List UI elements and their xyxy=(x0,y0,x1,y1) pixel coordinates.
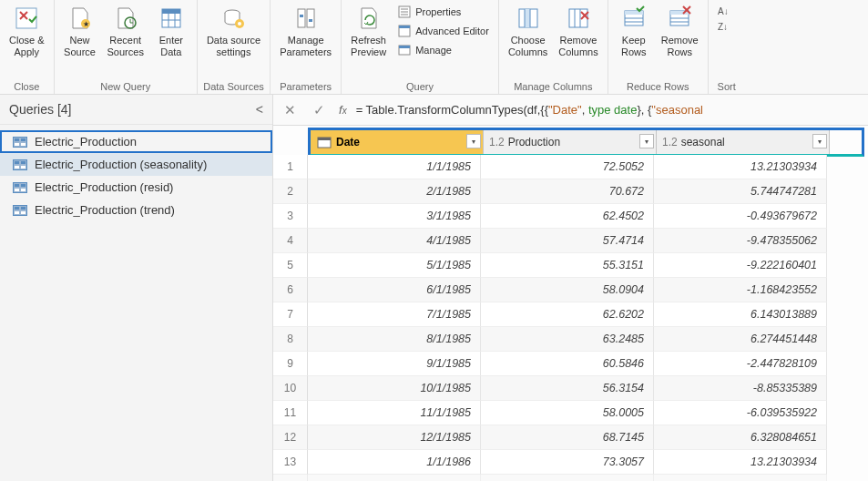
query-item-label: Electric_Production (trend) xyxy=(35,203,175,217)
cell-seasonal[interactable]: 6.274451448 xyxy=(654,327,827,352)
table-row[interactable]: 55/1/198555.3151-9.222160401 xyxy=(273,253,864,278)
column-header-production[interactable]: 1.2 Production ▾ xyxy=(484,130,657,154)
cell-seasonal[interactable]: 5.744747281 xyxy=(654,179,827,204)
cell-seasonal[interactable]: -9.478355062 xyxy=(654,229,827,253)
ribbon-group-parameters: ManageParameters Parameters xyxy=(271,0,342,94)
cell-production[interactable]: 62.6202 xyxy=(481,302,654,327)
queries-header: Queries [4] < xyxy=(0,95,272,125)
table-row[interactable]: 142/1/198667.98695.744747281 xyxy=(273,475,864,481)
column-filter-button[interactable]: ▾ xyxy=(466,134,481,148)
close-apply-button[interactable]: Close &Apply xyxy=(4,2,50,60)
cell-date[interactable]: 12/1/1985 xyxy=(308,425,481,450)
column-filter-button[interactable]: ▾ xyxy=(639,134,654,148)
keep-rows-button[interactable]: KeepRows xyxy=(612,2,656,60)
properties-button[interactable]: Properties xyxy=(395,4,491,20)
advanced-editor-button[interactable]: Advanced Editor xyxy=(395,23,491,39)
table-row[interactable]: 1010/1/198556.3154-8.85335389 xyxy=(273,376,864,401)
data-source-settings-button[interactable]: Data sourcesettings xyxy=(201,2,266,60)
cell-production[interactable]: 67.9869 xyxy=(481,475,654,481)
refresh-preview-button[interactable]: RefreshPreview xyxy=(345,2,392,60)
cell-date[interactable]: 7/1/1985 xyxy=(308,302,481,327)
cell-seasonal[interactable]: 13.21303934 xyxy=(654,155,827,179)
cell-production[interactable]: 62.4502 xyxy=(481,204,654,229)
new-source-button[interactable]: ★ NewSource xyxy=(58,2,102,60)
query-item-electric-production[interactable]: Electric_Production xyxy=(0,130,272,153)
svg-rect-14 xyxy=(298,9,305,27)
cell-seasonal[interactable]: 6.143013889 xyxy=(654,302,827,327)
cell-date[interactable]: 5/1/1985 xyxy=(308,253,481,278)
recent-sources-icon xyxy=(111,4,140,33)
table-row[interactable]: 1111/1/198558.0005-6.039535922 xyxy=(273,401,864,425)
formula-cancel-button[interactable]: ✕ xyxy=(279,99,301,121)
formula-text[interactable]: = Table.TransformColumnTypes(df,{{"Date"… xyxy=(356,103,863,117)
cell-seasonal[interactable]: -9.222160401 xyxy=(654,253,827,278)
sort-desc-button[interactable]: Z↓ xyxy=(718,21,736,34)
cell-date[interactable]: 1/1/1985 xyxy=(308,155,481,179)
query-item-trend[interactable]: Electric_Production (trend) xyxy=(0,199,272,221)
table-row[interactable]: 22/1/198570.6725.744747281 xyxy=(273,179,864,204)
table-row[interactable]: 77/1/198562.62026.143013889 xyxy=(273,302,864,327)
remove-rows-button[interactable]: RemoveRows xyxy=(656,2,704,60)
column-header-seasonal[interactable]: 1.2 seasonal ▾ xyxy=(657,130,830,154)
sort-asc-button[interactable]: A↓ xyxy=(718,5,736,18)
cell-date[interactable]: 6/1/1985 xyxy=(308,278,481,302)
cell-production[interactable]: 56.3154 xyxy=(481,376,654,401)
fx-icon: fx xyxy=(339,103,347,117)
cell-production[interactable]: 58.0005 xyxy=(481,401,654,425)
query-group-label: Query xyxy=(345,78,495,94)
cell-production[interactable]: 72.5052 xyxy=(481,155,654,179)
column-header-date[interactable]: Date ▾ xyxy=(311,130,484,154)
query-item-seasonality[interactable]: Electric_Production (seasonality) xyxy=(0,153,272,176)
manage-parameters-button[interactable]: ManageParameters xyxy=(274,2,337,60)
table-row[interactable]: 1212/1/198568.71456.328084651 xyxy=(273,425,864,450)
svg-rect-30 xyxy=(569,9,587,27)
table-row[interactable]: 33/1/198562.4502-0.493679672 xyxy=(273,204,864,229)
cell-date[interactable]: 2/1/1986 xyxy=(308,475,481,481)
cell-production[interactable]: 58.0904 xyxy=(481,278,654,302)
data-grid: Date ▾ 1.2 Production ▾ 1.2 seasonal ▾ 1… xyxy=(273,126,868,481)
cell-production[interactable]: 63.2485 xyxy=(481,327,654,352)
cell-date[interactable]: 10/1/1985 xyxy=(308,376,481,401)
remove-columns-button[interactable]: RemoveColumns xyxy=(553,2,603,60)
cell-date[interactable]: 3/1/1985 xyxy=(308,204,481,229)
cell-date[interactable]: 8/1/1985 xyxy=(308,327,481,352)
cell-seasonal[interactable]: -0.493679672 xyxy=(654,204,827,229)
cell-production[interactable]: 60.5846 xyxy=(481,352,654,376)
cell-production[interactable]: 57.4714 xyxy=(481,229,654,253)
cell-production[interactable]: 70.672 xyxy=(481,179,654,204)
cell-date[interactable]: 11/1/1985 xyxy=(308,401,481,425)
cell-date[interactable]: 1/1/1986 xyxy=(308,450,481,475)
row-number: 8 xyxy=(273,327,308,352)
collapse-panel-button[interactable]: < xyxy=(256,102,263,117)
svg-rect-15 xyxy=(307,9,314,27)
cell-date[interactable]: 4/1/1985 xyxy=(308,229,481,253)
cell-seasonal[interactable]: -1.168423552 xyxy=(654,278,827,302)
column-filter-button[interactable]: ▾ xyxy=(812,134,827,148)
enter-data-button[interactable]: EnterData xyxy=(149,2,193,60)
svg-rect-7 xyxy=(162,9,180,14)
cell-seasonal[interactable]: -2.447828109 xyxy=(654,352,827,376)
cell-seasonal[interactable]: -8.85335389 xyxy=(654,376,827,401)
recent-sources-button[interactable]: RecentSources xyxy=(102,2,149,60)
cell-production[interactable]: 68.7145 xyxy=(481,425,654,450)
table-row[interactable]: 88/1/198563.24856.274451448 xyxy=(273,327,864,352)
cell-production[interactable]: 73.3057 xyxy=(481,450,654,475)
enter-data-icon xyxy=(157,4,186,33)
table-row[interactable]: 99/1/198560.5846-2.447828109 xyxy=(273,352,864,376)
formula-accept-button[interactable]: ✓ xyxy=(308,99,330,121)
cell-seasonal[interactable]: 6.328084651 xyxy=(654,425,827,450)
cell-seasonal[interactable]: 5.744747281 xyxy=(654,475,827,481)
cell-production[interactable]: 55.3151 xyxy=(481,253,654,278)
cell-date[interactable]: 9/1/1985 xyxy=(308,352,481,376)
table-row[interactable]: 131/1/198673.305713.21303934 xyxy=(273,450,864,475)
choose-columns-button[interactable]: ChooseColumns xyxy=(503,2,553,60)
query-item-resid[interactable]: Electric_Production (resid) xyxy=(0,176,272,199)
table-row[interactable]: 44/1/198557.4714-9.478355062 xyxy=(273,229,864,253)
keep-rows-icon xyxy=(619,4,648,33)
cell-date[interactable]: 2/1/1985 xyxy=(308,179,481,204)
manage-button[interactable]: Manage xyxy=(395,42,491,58)
table-row[interactable]: 66/1/198558.0904-1.168423552 xyxy=(273,278,864,302)
cell-seasonal[interactable]: -6.039535922 xyxy=(654,401,827,425)
table-row[interactable]: 11/1/198572.505213.21303934 xyxy=(273,155,864,179)
cell-seasonal[interactable]: 13.21303934 xyxy=(654,450,827,475)
